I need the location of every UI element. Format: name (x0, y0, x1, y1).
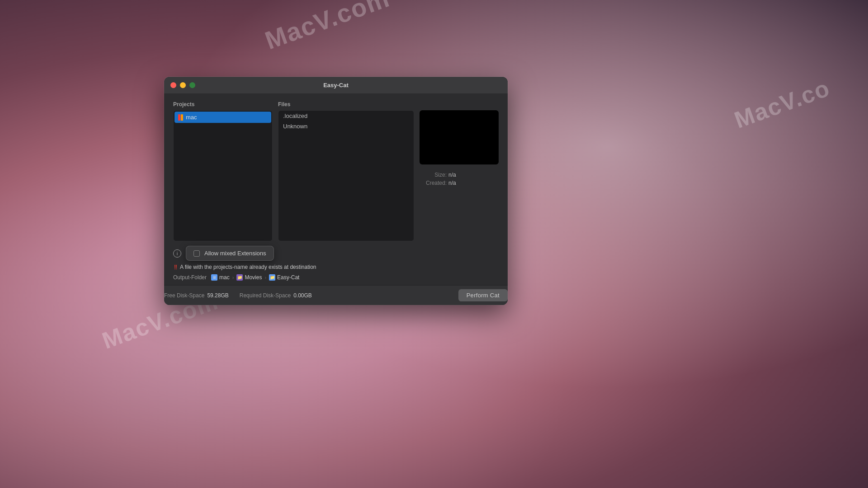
file-item-localized[interactable]: .localized (278, 111, 414, 121)
output-folder-label: Output-Folder (173, 274, 207, 281)
close-button[interactable] (170, 82, 176, 88)
mac-folder-icon: 🖥 (211, 274, 217, 281)
preview-metadata: Size: n/a Created: n/a (420, 168, 499, 186)
bottom-section: i Allow mixed Extensions ‼ A file with t… (173, 241, 499, 281)
breadcrumb-easycat-text: Easy-Cat (277, 274, 299, 281)
preview-thumbnail (420, 110, 499, 164)
breadcrumb-movies-text: Movies (245, 274, 262, 281)
icon-bar-orange (181, 114, 183, 121)
breadcrumb-sep-2: › (264, 275, 266, 280)
projects-list[interactable]: mac (173, 110, 273, 241)
breadcrumb-mac-text: mac (219, 274, 230, 281)
window-body: Projects mac Files .localized Unk (164, 94, 508, 281)
error-message: A file with the projects-name already ex… (180, 264, 316, 270)
breadcrumb-mac[interactable]: 🖥 mac (211, 274, 230, 281)
file-item-unknown[interactable]: Unknown (278, 121, 414, 131)
breadcrumb-easycat[interactable]: 📁 Easy-Cat (269, 274, 299, 281)
free-disk-label: Free Disk-Space (164, 292, 204, 299)
perform-cat-button[interactable]: Perform Cat (458, 289, 508, 301)
breadcrumb-sep-1: › (232, 275, 234, 280)
projects-column: Projects mac (173, 101, 273, 241)
easycat-folder-icon: 📁 (269, 274, 275, 281)
free-disk-value: 59.28GB (207, 292, 228, 299)
required-disk-space: Required Disk-Space 0.00GB (240, 292, 312, 299)
size-value: n/a (448, 172, 456, 178)
maximize-button[interactable] (189, 82, 195, 88)
files-label: Files (278, 101, 414, 108)
info-icon[interactable]: i (173, 249, 181, 258)
preview-column: Size: n/a Created: n/a (420, 101, 499, 241)
size-row: Size: n/a (420, 172, 499, 178)
titlebar: Easy-Cat (164, 77, 508, 94)
created-label: Created: (420, 180, 447, 186)
mixed-extensions-checkbox[interactable] (193, 250, 200, 257)
output-folder-row: Output-Folder 🖥 mac › 📁 Movies › 📁 Easy-… (173, 274, 499, 281)
traffic-lights (170, 82, 195, 88)
icon-bar-red (178, 114, 180, 121)
window-title: Easy-Cat (323, 82, 349, 89)
mixed-extensions-popup: Allow mixed Extensions (186, 246, 274, 261)
project-name-mac: mac (186, 114, 197, 121)
project-item-mac[interactable]: mac (175, 112, 271, 123)
required-disk-value: 0.00GB (293, 292, 312, 299)
projects-label: Projects (173, 101, 273, 108)
easy-cat-window: Easy-Cat Projects mac F (164, 77, 508, 305)
project-icon (178, 114, 183, 121)
created-value: n/a (448, 180, 456, 186)
preview-spacer (420, 101, 499, 108)
files-list[interactable]: .localized Unknown (278, 110, 414, 241)
files-column: Files .localized Unknown (278, 101, 414, 241)
minimize-button[interactable] (180, 82, 186, 88)
breadcrumb-movies[interactable]: 📁 Movies (236, 274, 262, 281)
disk-info: Free Disk-Space 59.28GB Required Disk-Sp… (164, 292, 312, 299)
created-row: Created: n/a (420, 180, 499, 186)
movies-folder-icon: 📁 (236, 274, 243, 281)
error-icon: ‼ (174, 263, 177, 271)
mixed-extensions-row: i Allow mixed Extensions (173, 246, 499, 261)
error-row: ‼ A file with the projects-name already … (173, 263, 499, 271)
free-disk-space: Free Disk-Space 59.28GB (164, 292, 229, 299)
main-columns: Projects mac Files .localized Unk (173, 101, 499, 241)
mixed-extensions-label: Allow mixed Extensions (204, 250, 266, 257)
required-disk-label: Required Disk-Space (240, 292, 291, 299)
size-label: Size: (420, 172, 447, 178)
bottom-bar: Free Disk-Space 59.28GB Required Disk-Sp… (164, 285, 508, 305)
